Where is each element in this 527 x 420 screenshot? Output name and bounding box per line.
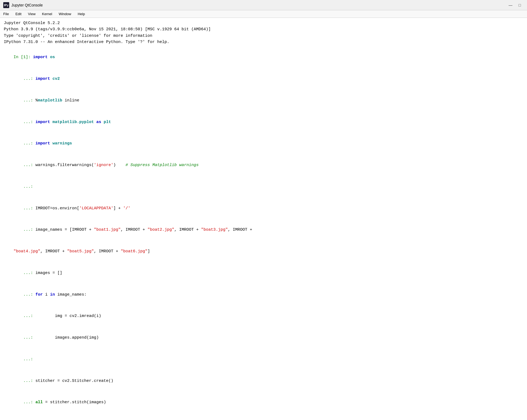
cont-prompt-15: ...: bbox=[14, 400, 35, 405]
kw-cv2: cv2 bbox=[52, 77, 60, 81]
kw-import-1: import bbox=[33, 55, 48, 59]
menu-view[interactable]: View bbox=[25, 11, 39, 17]
info-line-1: Jupyter QtConsole 5.2.2 bbox=[4, 20, 523, 26]
info-line-2: Python 3.9.9 (tags/v3.9.9:ccb0e6a, Nov 1… bbox=[4, 26, 523, 32]
cont-prompt-14: ...: bbox=[14, 379, 35, 383]
str-boat5: "boat5.jpg" bbox=[67, 249, 94, 254]
code-cell-1-l15: ...: stitcher = cv2.Stitcher.create() bbox=[4, 371, 523, 390]
title-bar-left: IPy Jupyter QtConsole bbox=[3, 2, 43, 8]
cont-prompt-9: ...: bbox=[14, 271, 35, 275]
kw-os: os bbox=[50, 55, 55, 59]
code-cell-1-l11: ...: for i in image_names: bbox=[4, 285, 523, 304]
kw-import-4: import bbox=[35, 141, 50, 146]
title-bar: IPy Jupyter QtConsole — □ bbox=[0, 0, 527, 10]
maximize-button[interactable]: □ bbox=[516, 2, 524, 8]
menu-file[interactable]: File bbox=[0, 11, 12, 17]
kw-in: in bbox=[50, 292, 55, 297]
cont-prompt-2: ...: bbox=[14, 98, 35, 103]
app-icon: IPy bbox=[3, 2, 9, 8]
comment-suppress: # Suppress Matplotlib warnings bbox=[126, 163, 199, 167]
code-cell-1-l12: ...: img = cv2.imread(i) bbox=[4, 307, 523, 326]
code-cell-1-l9: ...: image_names = [IMROOT + "boat1.jpg"… bbox=[4, 220, 523, 239]
menu-edit[interactable]: Edit bbox=[12, 11, 25, 17]
menu-help[interactable]: Help bbox=[74, 11, 88, 17]
kw-import-3: import bbox=[35, 120, 50, 124]
code-cell-1-l9b: "boat4.jpg", IMROOT + "boat5.jpg", IMROO… bbox=[4, 242, 523, 261]
kw-as: as bbox=[96, 120, 101, 124]
str-boat2: "boat2.jpg" bbox=[147, 227, 174, 232]
console-area: Jupyter QtConsole 5.2.2 Python 3.9.9 (ta… bbox=[0, 18, 527, 420]
cont-prompt-7: ...: bbox=[14, 206, 35, 211]
code-cell-1-l10: ...: images = [] bbox=[4, 264, 523, 283]
code-cell-1-l8: ...: IMROOT=os.environ['LOCALAPPDATA'] +… bbox=[4, 199, 523, 218]
kw-import-2: import bbox=[35, 77, 50, 81]
kw-mpl: matplotlib.pyplot bbox=[52, 120, 94, 124]
code-cell-1-l2: ...: import cv2 bbox=[4, 70, 523, 88]
cont-prompt-3: ...: bbox=[14, 120, 35, 124]
cont-prompt-12: ...: bbox=[14, 335, 35, 340]
info-line-3: Type 'copyright', 'credits' or 'license'… bbox=[4, 33, 523, 39]
code-cell-1-l7: ...: bbox=[4, 177, 523, 196]
cont-prompt-11: ...: bbox=[14, 314, 35, 318]
str-ignore: 'ignore' bbox=[94, 163, 113, 167]
str-slash: '/' bbox=[123, 206, 130, 211]
kw-for: for bbox=[35, 292, 43, 297]
code-cell-1-l5: ...: import warnings bbox=[4, 134, 523, 153]
minimize-button[interactable]: — bbox=[506, 2, 515, 8]
cont-prompt-4: ...: bbox=[14, 141, 35, 146]
kw-warnings: warnings bbox=[52, 141, 72, 146]
window-title: Jupyter QtConsole bbox=[11, 3, 43, 7]
kw-all: all bbox=[35, 400, 43, 405]
code-cell-1-l14: ...: bbox=[4, 350, 523, 369]
in-prompt-1: In [1]: bbox=[14, 55, 33, 59]
str-boat4: "boat4.jpg" bbox=[14, 249, 40, 254]
code-cell-1-l17: ...: bbox=[4, 415, 523, 420]
str-boat6: "boat6.jpg" bbox=[121, 249, 147, 254]
kw-plt: plt bbox=[104, 120, 111, 124]
cont-prompt-5: ...: bbox=[14, 163, 35, 167]
kw-matplotlib: matplotlib bbox=[38, 98, 62, 103]
code-cell-1: In [1]: import os bbox=[4, 48, 523, 67]
code-cell-1-l6: ...: warnings.filterwarnings('ignore') #… bbox=[4, 156, 523, 175]
window-controls[interactable]: — □ bbox=[506, 2, 524, 8]
menu-window[interactable]: Window bbox=[55, 11, 74, 17]
cont-prompt-1: ...: bbox=[14, 77, 35, 81]
code-cell-1-l3: ...: %matplotlib inline bbox=[4, 91, 523, 110]
str-boat1: "boat1.jpg" bbox=[94, 227, 121, 232]
menu-bar: File Edit View Kernel Window Help bbox=[0, 10, 527, 18]
code-cell-1-l16: ...: all = stitcher.stitch(images) bbox=[4, 393, 523, 412]
str-boat3: "boat3.jpg" bbox=[201, 227, 228, 232]
str-localappdata: 'LOCALAPPDATA' bbox=[79, 206, 113, 211]
cont-prompt-10: ...: bbox=[14, 292, 35, 297]
code-cell-1-l4: ...: import matplotlib.pyplot as plt bbox=[4, 113, 523, 131]
info-line-4: IPython 7.31.0 -- An enhanced Interactiv… bbox=[4, 39, 523, 45]
cont-prompt-8: ...: bbox=[14, 227, 35, 232]
menu-kernel[interactable]: Kernel bbox=[39, 11, 55, 17]
cont-prompt-6: ...: bbox=[14, 184, 35, 189]
code-cell-1-l13: ...: images.append(img) bbox=[4, 328, 523, 347]
cont-prompt-13: ...: bbox=[14, 357, 35, 362]
